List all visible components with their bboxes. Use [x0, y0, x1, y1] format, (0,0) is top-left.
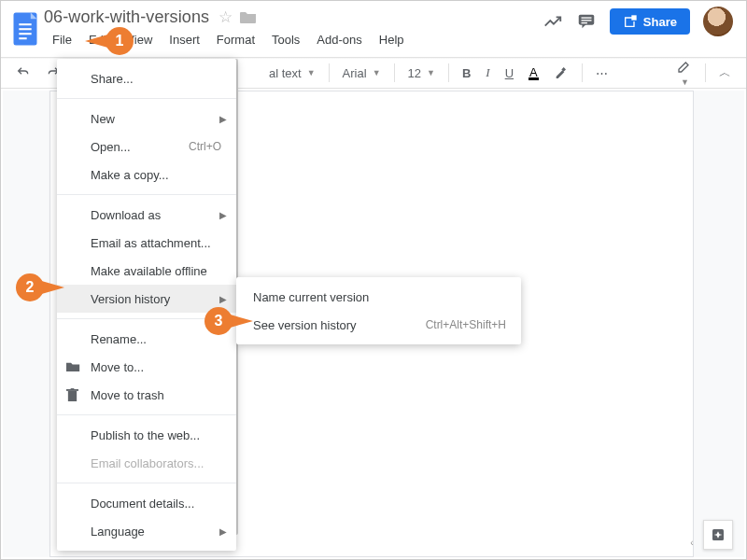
- chevron-down-icon: ▼: [427, 68, 435, 77]
- file-menu-item[interactable]: Move to...: [57, 353, 236, 381]
- file-menu-item: Email collaborators...: [57, 449, 236, 477]
- menu-addons[interactable]: Add-ons: [308, 31, 370, 49]
- menu-help[interactable]: Help: [371, 31, 413, 49]
- share-label: Share: [643, 15, 677, 29]
- submenu-item[interactable]: Name current version: [236, 283, 521, 311]
- chevron-down-icon: ▼: [681, 77, 689, 87]
- svg-rect-10: [631, 15, 636, 20]
- svg-rect-1: [19, 23, 31, 25]
- chevron-right-icon: ▶: [219, 526, 227, 537]
- menu-item-label: Publish to the web...: [91, 428, 200, 442]
- bold-icon[interactable]: B: [457, 63, 476, 84]
- folder-icon: [66, 361, 80, 372]
- trash-icon: [66, 388, 78, 402]
- font-select[interactable]: Arial▼: [337, 63, 387, 84]
- avatar[interactable]: [703, 7, 733, 36]
- menu-item-label: Rename...: [91, 332, 147, 346]
- menu-item-label: Email as attachment...: [91, 236, 211, 250]
- menu-item-label: Download as: [91, 208, 161, 222]
- menu-tools[interactable]: Tools: [263, 31, 308, 49]
- menu-format[interactable]: Format: [208, 31, 263, 49]
- file-menu-item[interactable]: Share...: [57, 64, 236, 92]
- file-menu-item[interactable]: Move to trash: [57, 381, 236, 409]
- menu-item-label: Open...: [91, 140, 131, 154]
- menu-insert[interactable]: Insert: [161, 31, 208, 49]
- menu-item-label: Make a copy...: [91, 168, 169, 182]
- svg-rect-2: [19, 28, 31, 30]
- svg-rect-9: [581, 22, 586, 23]
- chevron-right-icon: ▶: [219, 294, 227, 304]
- menu-item-label: Document details...: [91, 497, 194, 511]
- share-button[interactable]: Share: [610, 8, 690, 35]
- menu-item-label: New: [91, 112, 115, 126]
- menu-item-label: Make available offline: [91, 264, 207, 278]
- svg-rect-12: [68, 390, 77, 400]
- callout-2: 2: [16, 273, 44, 301]
- file-menu-item[interactable]: Language▶: [57, 517, 236, 545]
- file-menu-item[interactable]: Open...Ctrl+O: [57, 133, 236, 161]
- text-color-icon[interactable]: A: [523, 62, 544, 84]
- star-icon[interactable]: ☆: [218, 7, 233, 27]
- svg-rect-3: [19, 33, 31, 35]
- more-icon[interactable]: ⋯: [590, 63, 613, 84]
- shortcut-label: Ctrl+O: [189, 140, 221, 153]
- menu-item-label: Share...: [91, 72, 134, 86]
- svg-rect-8: [581, 20, 591, 21]
- underline-icon[interactable]: U: [500, 63, 519, 84]
- folder-icon[interactable]: [240, 10, 257, 23]
- menu-item-label: See version history: [253, 318, 357, 332]
- svg-marker-6: [582, 24, 586, 29]
- version-history-submenu: Name current versionSee version historyC…: [236, 277, 521, 344]
- menu-item-label: Move to...: [91, 360, 144, 374]
- file-menu-item[interactable]: Document details...: [57, 489, 236, 517]
- menu-item-label: Name current version: [253, 290, 369, 304]
- chevron-right-icon: ▶: [219, 210, 227, 220]
- italic-icon[interactable]: I: [480, 62, 495, 84]
- menu-item-label: Email collaborators...: [91, 456, 204, 470]
- editing-mode-icon[interactable]: ▼: [671, 55, 698, 91]
- docs-logo[interactable]: [8, 7, 42, 51]
- chevron-right-icon: ▶: [219, 114, 227, 124]
- callout-3: 3: [204, 307, 233, 335]
- style-select[interactable]: al text▼: [263, 63, 321, 84]
- menu-item-label: Move to trash: [91, 388, 164, 402]
- shortcut-label: Ctrl+Alt+Shift+H: [426, 318, 506, 331]
- menu-item-label: Language: [91, 525, 145, 539]
- highlight-icon[interactable]: [548, 62, 574, 84]
- doc-title[interactable]: 06-work-with-versions: [44, 7, 209, 27]
- svg-rect-7: [581, 17, 591, 18]
- collapse-icon[interactable]: ︿: [713, 61, 737, 85]
- file-menu-item[interactable]: Email as attachment...: [57, 229, 236, 257]
- file-menu-item[interactable]: Make a copy...: [57, 161, 236, 189]
- svg-rect-14: [71, 388, 75, 390]
- explore-button[interactable]: [703, 520, 733, 550]
- comment-icon[interactable]: [576, 11, 597, 32]
- file-menu-item[interactable]: Publish to the web...: [57, 421, 236, 449]
- size-select[interactable]: 12▼: [402, 63, 441, 84]
- file-menu-popup: Share...New▶Open...Ctrl+OMake a copy...D…: [57, 59, 236, 551]
- chevron-down-icon: ▼: [307, 68, 316, 77]
- menu-file[interactable]: File: [44, 31, 80, 49]
- chevron-down-icon: ▼: [373, 68, 381, 77]
- chevron-left-icon[interactable]: ‹: [684, 535, 699, 550]
- file-menu-item[interactable]: New▶: [57, 105, 236, 133]
- file-menu-item[interactable]: Make available offline: [57, 257, 236, 285]
- menu-item-label: Version history: [91, 292, 170, 306]
- callout-1: 1: [106, 27, 134, 55]
- svg-rect-4: [19, 37, 26, 39]
- activity-icon[interactable]: [543, 11, 563, 32]
- file-menu-item[interactable]: Download as▶: [57, 201, 236, 229]
- undo-icon[interactable]: [10, 62, 36, 84]
- submenu-item[interactable]: See version historyCtrl+Alt+Shift+H: [236, 311, 521, 339]
